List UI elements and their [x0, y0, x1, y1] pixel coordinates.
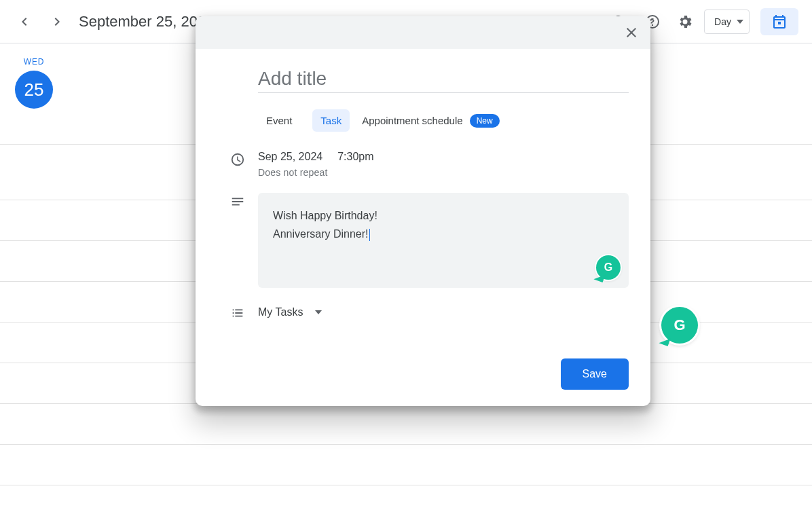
chevron-down-icon: [737, 20, 743, 24]
task-date: Sep 25, 2024: [258, 151, 322, 163]
settings-button[interactable]: [671, 8, 699, 35]
repeat-label: Does not repeat: [258, 167, 374, 178]
new-badge: New: [470, 114, 500, 128]
task-list-row: My Tasks: [217, 304, 629, 320]
nav-arrows: [11, 8, 71, 35]
datetime-row: Sep 25, 2024 7:30pm Does not repeat: [217, 151, 629, 178]
task-list-label: My Tasks: [258, 306, 303, 318]
dialog-actions: Save: [217, 358, 629, 390]
entry-type-tabs: Event Task Appointment schedule New: [258, 109, 629, 132]
description-row: Wish Happy Birthday! Anniversary Dinner!…: [217, 193, 629, 288]
create-task-dialog: Event Task Appointment schedule New Sep …: [196, 16, 650, 406]
task-list-dropdown[interactable]: My Tasks: [258, 306, 322, 318]
chevron-right-icon: [49, 14, 65, 30]
header-date: September 25, 2024: [79, 13, 214, 31]
description-input[interactable]: Wish Happy Birthday! Anniversary Dinner!: [258, 193, 629, 288]
close-icon: [623, 24, 640, 41]
title-field-wrap: [258, 68, 629, 93]
close-button[interactable]: [618, 19, 645, 46]
tab-appointment[interactable]: Appointment schedule New: [362, 109, 499, 132]
calendar-toggle[interactable]: [760, 8, 798, 35]
calendar-icon: [771, 14, 788, 30]
task-time: 7:30pm: [337, 151, 373, 163]
chevron-left-icon: [16, 14, 33, 30]
prev-button[interactable]: [11, 8, 38, 35]
grammarly-badge-large[interactable]: G: [661, 307, 698, 344]
tab-task[interactable]: Task: [312, 109, 350, 132]
day-header: WED 25: [0, 43, 68, 109]
chevron-down-icon: [315, 310, 322, 314]
clock-icon: [217, 151, 258, 167]
save-button[interactable]: Save: [561, 358, 629, 390]
description-area: Wish Happy Birthday! Anniversary Dinner!…: [258, 193, 629, 288]
tab-appointment-label: Appointment schedule: [362, 109, 462, 132]
view-dropdown-label: Day: [714, 16, 731, 27]
dialog-header: [196, 16, 650, 49]
tab-event[interactable]: Event: [258, 109, 300, 132]
gear-icon: [677, 14, 693, 30]
description-icon: [217, 193, 258, 209]
day-number[interactable]: 25: [15, 71, 53, 109]
list-icon: [217, 304, 258, 320]
datetime-picker[interactable]: Sep 25, 2024 7:30pm Does not repeat: [258, 151, 374, 178]
dialog-body: Event Task Appointment schedule New Sep …: [196, 49, 650, 406]
grammarly-badge-small[interactable]: G: [596, 255, 621, 280]
next-button[interactable]: [43, 8, 71, 35]
day-of-week: WED: [24, 57, 44, 67]
title-input[interactable]: [258, 68, 629, 90]
view-dropdown[interactable]: Day: [704, 10, 750, 34]
